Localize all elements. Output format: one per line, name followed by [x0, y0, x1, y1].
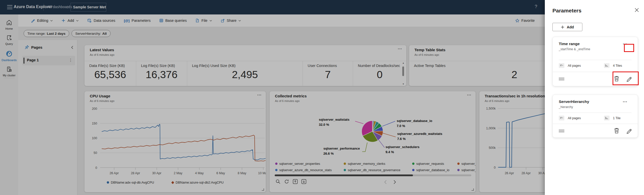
edit-parameter-icon[interactable]	[625, 75, 633, 83]
drag-handle[interactable]	[559, 130, 564, 133]
parameter-card-server-hierarchy: ServerHierarchy _hierarchy ••• All pages…	[552, 95, 638, 138]
card-divider	[559, 113, 632, 113]
tiles-mini-icon	[604, 63, 610, 68]
card-info-row: All pages 1 Tile	[559, 116, 633, 123]
edit-parameter-icon[interactable]	[625, 127, 633, 135]
parameter-card-time-range: Time range _startTime & _endTime ••• All…	[552, 37, 638, 86]
card-info-row: All pages 4 Tiles	[559, 63, 633, 71]
card-more-menu[interactable]: •••	[623, 43, 628, 45]
modal-dim-overlay	[0, 0, 545, 195]
card-footer	[553, 124, 638, 138]
app: Azure Data Explorer All dashboards Sampl…	[0, 0, 644, 195]
delete-parameter-icon[interactable]	[613, 127, 620, 135]
card-divider	[559, 60, 632, 60]
close-icon[interactable]	[634, 8, 639, 13]
plus-icon	[561, 25, 564, 29]
delete-parameter-icon[interactable]	[613, 75, 620, 83]
parameters-panel: Parameters Add Time range _startTime & _…	[545, 0, 644, 195]
panel-title: Parameters	[552, 8, 581, 14]
pages-mini-icon	[559, 63, 564, 68]
card-more-menu[interactable]: •••	[623, 100, 628, 103]
drag-handle[interactable]	[559, 78, 564, 81]
add-parameter-button[interactable]: Add	[552, 23, 582, 31]
tiles-mini-icon	[604, 116, 610, 120]
card-footer	[553, 72, 638, 86]
pages-mini-icon	[559, 116, 564, 120]
